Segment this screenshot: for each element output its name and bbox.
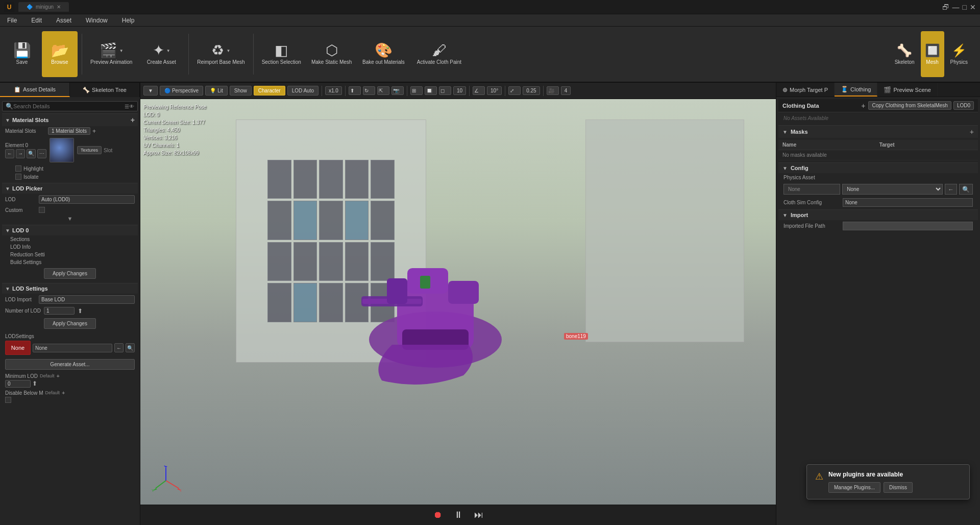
- lod-settings-nav[interactable]: ←: [114, 343, 124, 352]
- physics-asset-search[interactable]: 🔍: [959, 184, 973, 195]
- num-lod-spin[interactable]: ⬆: [78, 307, 83, 315]
- search-bar[interactable]: 🔍 ☰ 👁: [2, 101, 138, 111]
- pause-button[interactable]: ⏸: [451, 508, 465, 522]
- copy-clothing-button[interactable]: Copy Clothing from SkeletalMesh: [868, 101, 951, 110]
- physics-none-select[interactable]: None: [842, 184, 943, 195]
- browse-button[interactable]: 📂 Browse: [42, 31, 78, 77]
- translate-icon[interactable]: ⬆: [349, 86, 361, 95]
- minimum-lod-add[interactable]: +: [56, 373, 59, 379]
- material-slots-add-inline[interactable]: +: [92, 128, 96, 135]
- material-slots-header[interactable]: ▼ Material Slots +: [2, 113, 138, 126]
- menu-file[interactable]: File: [4, 16, 20, 25]
- overlay-line2: LOD: 0: [143, 111, 206, 118]
- restore-icon[interactable]: 🗗: [942, 3, 949, 11]
- lod0-sections[interactable]: Sections: [7, 235, 138, 243]
- perspective-dropdown[interactable]: ▼: [143, 86, 158, 96]
- surface-snap[interactable]: ◻: [439, 86, 451, 95]
- create-asset-button[interactable]: ✦ ▼ Create Asset: [138, 31, 184, 77]
- disable-below-checkbox[interactable]: [5, 397, 11, 403]
- lod-auto-button[interactable]: LOD Auto: [287, 86, 318, 96]
- tab-preview-scene[interactable]: 🎬 Preview Scene: [877, 83, 937, 97]
- lod-settings-search[interactable]: 🔍: [126, 343, 135, 352]
- tab-skeleton-tree[interactable]: 🦴 Skeleton Tree: [70, 83, 140, 97]
- lod-import-select[interactable]: Base LOD: [39, 295, 135, 304]
- isolate-checkbox[interactable]: [15, 174, 21, 180]
- apply-changes-1-button[interactable]: Apply Changes: [44, 268, 96, 279]
- show-button[interactable]: Show: [230, 86, 252, 96]
- search-eye-icon[interactable]: 👁: [129, 104, 134, 109]
- minimum-lod-input[interactable]: [5, 380, 31, 388]
- bake-materials-button[interactable]: 🎨 Bake out Materials: [358, 31, 409, 77]
- element0-search[interactable]: 🔍: [27, 149, 36, 158]
- import-header[interactable]: ▼ Import: [778, 209, 978, 220]
- lod0-build[interactable]: Build Settings: [7, 258, 138, 266]
- highlight-checkbox[interactable]: [15, 165, 21, 172]
- scale-snap-icon[interactable]: ⤢: [508, 86, 521, 95]
- reimport-icon: ♻: [211, 43, 224, 58]
- manage-plugins-button[interactable]: Manage Plugins...: [828, 482, 880, 493]
- disable-below-add[interactable]: +: [62, 390, 65, 396]
- grid-toggle[interactable]: ⊞: [410, 86, 423, 95]
- reimport-button[interactable]: ♻ ▼ Reimport Base Mesh: [193, 31, 249, 77]
- material-slots-add[interactable]: +: [131, 116, 135, 124]
- generate-asset-button[interactable]: Generate Asset...: [5, 359, 135, 370]
- physics-asset-nav[interactable]: ←: [945, 184, 957, 195]
- element0-nav-fwd[interactable]: →: [16, 149, 25, 158]
- tab-morph-target[interactable]: ⊕ Morph Target P: [776, 83, 835, 97]
- menu-window[interactable]: Window: [83, 16, 111, 25]
- title-tab[interactable]: 🔷 minigun ✕: [18, 2, 69, 12]
- maximize-icon[interactable]: □: [963, 3, 967, 11]
- element0-more[interactable]: ⋯: [37, 149, 46, 158]
- section-selection-button[interactable]: ◧ Section Selection: [258, 31, 305, 77]
- scale-icon[interactable]: ⇱: [377, 86, 389, 95]
- search-options-icon[interactable]: ☰: [125, 104, 129, 109]
- tab-asset-details[interactable]: 📋 Asset Details: [0, 83, 70, 97]
- masks-add[interactable]: +: [970, 128, 974, 136]
- lod-settings-dropdown[interactable]: None: [33, 344, 112, 352]
- angle-icon[interactable]: ∠: [473, 86, 485, 95]
- lod-expand-icon[interactable]: ▼: [67, 216, 73, 222]
- lod-settings-header[interactable]: ▼ LOD Settings: [2, 283, 138, 294]
- num-lod-input[interactable]: [44, 307, 75, 315]
- camera-icon[interactable]: 📷: [391, 86, 404, 95]
- menu-asset[interactable]: Asset: [53, 16, 75, 25]
- textures-button[interactable]: Textures: [77, 146, 102, 154]
- character-button[interactable]: Character: [254, 86, 285, 96]
- apply-changes-2-button[interactable]: Apply Changes: [44, 318, 96, 329]
- preview-animation-button[interactable]: 🎬 ▼ Preview Animation: [86, 31, 136, 77]
- rotate-icon[interactable]: ↻: [363, 86, 375, 95]
- cloth-sim-select[interactable]: None: [843, 198, 973, 207]
- custom-checkbox[interactable]: [39, 207, 45, 213]
- menu-help[interactable]: Help: [119, 16, 138, 25]
- make-static-mesh-button[interactable]: ⬡ Make Static Mesh: [307, 31, 356, 77]
- lit-button[interactable]: 💡 Lit: [205, 86, 228, 96]
- skeleton-button[interactable]: 🦴 Skeleton: [891, 31, 919, 77]
- tab-clothing[interactable]: 🧵 Clothing: [835, 83, 877, 97]
- snap-icon[interactable]: 🔲: [425, 86, 437, 95]
- cloth-paint-button[interactable]: 🖌 Activate Cloth Paint: [411, 31, 467, 77]
- minimize-icon[interactable]: —: [952, 3, 960, 11]
- lod0-reduction[interactable]: Reduction Setti: [7, 251, 138, 258]
- masks-header[interactable]: ▼ Masks +: [778, 125, 978, 138]
- add-clothing-btn[interactable]: +: [861, 102, 865, 110]
- close-icon[interactable]: ✕: [970, 3, 976, 11]
- lod-picker-header[interactable]: ▼ LOD Picker: [2, 183, 138, 194]
- record-button[interactable]: ⏺: [431, 508, 445, 522]
- tab-close[interactable]: ✕: [57, 4, 61, 10]
- title-icon: 🔷: [27, 4, 33, 10]
- save-button[interactable]: 💾 Save: [4, 31, 40, 77]
- dismiss-button[interactable]: Dismiss: [884, 482, 913, 493]
- mesh-button[interactable]: 🔲 Mesh: [921, 31, 944, 77]
- lod-select[interactable]: Auto (LOD0): [39, 195, 135, 204]
- menu-edit[interactable]: Edit: [28, 16, 45, 25]
- perspective-button[interactable]: 🔵 Perspective: [160, 86, 203, 96]
- minimum-lod-spin[interactable]: ⬆: [32, 380, 37, 387]
- lod0-header[interactable]: ▼ LOD 0: [2, 225, 138, 235]
- element0-nav-back[interactable]: ←: [5, 149, 14, 158]
- camera-speed-icon[interactable]: 🎥: [547, 86, 559, 95]
- physics-button[interactable]: ⚡ Physics: [946, 31, 972, 77]
- lod0-info[interactable]: LOD Info: [7, 243, 138, 251]
- search-input[interactable]: [13, 103, 125, 109]
- config-header[interactable]: ▼ Config: [778, 162, 978, 173]
- next-button[interactable]: ⏭: [472, 508, 486, 522]
